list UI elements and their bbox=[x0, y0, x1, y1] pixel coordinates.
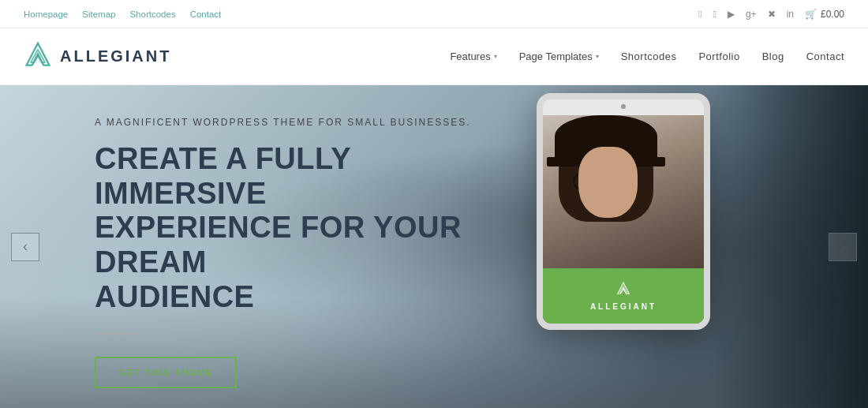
nav-shortcodes[interactable]: Shortcodes bbox=[621, 51, 677, 62]
topbar-link-homepage[interactable]: Homepage bbox=[24, 9, 68, 19]
facebook-icon[interactable]:  bbox=[698, 9, 702, 20]
cart-total: £0.00 bbox=[821, 9, 844, 20]
topbar-link-sitemap[interactable]: Sitemap bbox=[82, 9, 115, 19]
logo[interactable]: ALLEGIANT bbox=[24, 41, 171, 73]
cart-area[interactable]: 🛒 £0.00 bbox=[805, 9, 844, 20]
top-bar: Homepage Sitemap Shortcodes Contact   … bbox=[0, 0, 868, 28]
cart-icon: 🛒 bbox=[805, 9, 817, 20]
nav-page-templates[interactable]: Page Templates ▾ bbox=[519, 51, 599, 62]
hero-section: A MAGNIFICENT WORDPRESS THEME FOR SMALL … bbox=[0, 85, 868, 408]
hero-title: CREATE A FULLY IMMERSIVEEXPERIENCE FOR Y… bbox=[95, 142, 489, 314]
sunglass-lens-left bbox=[573, 172, 599, 191]
youtube-icon[interactable]: ▶ bbox=[728, 9, 735, 20]
page-templates-caret-icon: ▾ bbox=[596, 53, 599, 60]
nav-contact[interactable]: Contact bbox=[806, 51, 844, 62]
nav-features[interactable]: Features ▾ bbox=[450, 51, 496, 62]
top-bar-right:   ▶ g+ ✖ in 🛒 £0.00 bbox=[698, 9, 844, 20]
svg-marker-2 bbox=[618, 283, 629, 294]
tablet-logo-icon bbox=[616, 282, 630, 299]
features-caret-icon: ▾ bbox=[494, 53, 497, 60]
hero-divider bbox=[95, 333, 134, 335]
tablet-device: ALLEGIANT bbox=[537, 93, 710, 330]
tablet-sunglasses bbox=[573, 170, 638, 193]
hero-content: A MAGNIFICENT WORDPRESS THEME FOR SMALL … bbox=[95, 117, 489, 388]
sunglass-lens-right bbox=[612, 172, 638, 191]
hero-prev-button[interactable]: ‹ bbox=[11, 233, 39, 261]
twitter-icon[interactable]:  bbox=[713, 9, 716, 20]
svg-marker-0 bbox=[27, 43, 50, 65]
topbar-link-shortcodes[interactable]: Shortcodes bbox=[129, 9, 175, 19]
tablet-hat bbox=[555, 115, 657, 163]
nav-portfolio[interactable]: Portfolio bbox=[698, 51, 739, 62]
logo-text: ALLEGIANT bbox=[60, 47, 171, 66]
tablet-logo-text: ALLEGIANT bbox=[590, 302, 657, 311]
hero-next-button[interactable]: › bbox=[829, 233, 857, 261]
topbar-link-contact[interactable]: Contact bbox=[190, 9, 222, 19]
tablet-screen: ALLEGIANT bbox=[543, 115, 704, 324]
googleplus-icon[interactable]: g+ bbox=[746, 9, 757, 20]
linkedin-icon[interactable]: in bbox=[787, 9, 794, 20]
hero-subtitle: A MAGNIFICENT WORDPRESS THEME FOR SMALL … bbox=[95, 117, 489, 128]
sunglass-bridge bbox=[602, 181, 608, 182]
hero-cta-button[interactable]: GET THIS THEME bbox=[95, 357, 237, 388]
nav-features-label: Features bbox=[450, 51, 490, 62]
pinterest-icon[interactable]: ✖ bbox=[768, 9, 776, 20]
tablet-camera bbox=[621, 104, 626, 109]
logo-icon bbox=[24, 41, 52, 73]
main-nav: ALLEGIANT Features ▾ Page Templates ▾ Sh… bbox=[0, 28, 868, 85]
nav-blog[interactable]: Blog bbox=[762, 51, 784, 62]
nav-links: Features ▾ Page Templates ▾ Shortcodes P… bbox=[450, 51, 844, 62]
tablet-logo-overlay: ALLEGIANT bbox=[543, 268, 704, 324]
top-bar-links: Homepage Sitemap Shortcodes Contact bbox=[24, 9, 221, 19]
nav-page-templates-label: Page Templates bbox=[519, 51, 593, 62]
tablet-frame: ALLEGIANT bbox=[537, 93, 710, 330]
